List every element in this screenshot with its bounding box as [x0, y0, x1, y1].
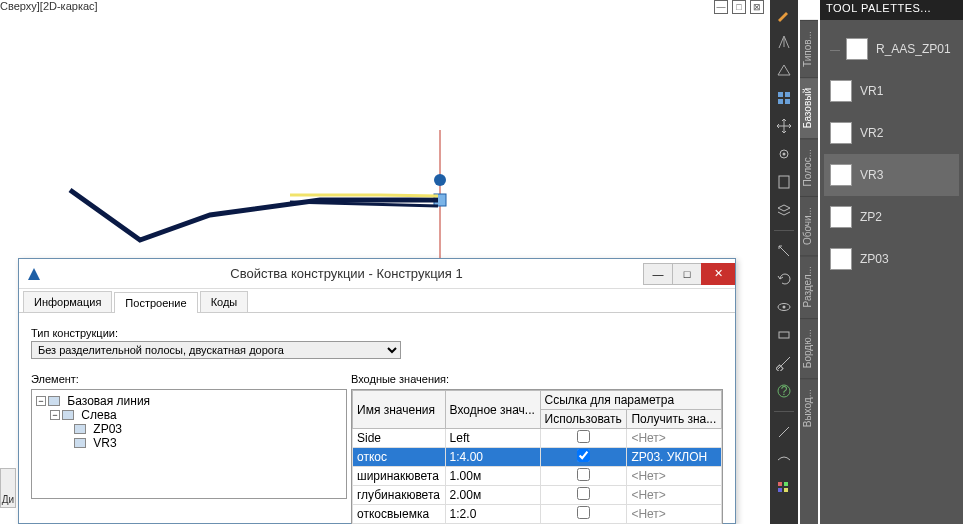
tree-root[interactable]: Базовая линия — [67, 394, 150, 408]
help-icon[interactable]: ? — [774, 381, 794, 401]
cell-use[interactable] — [540, 448, 627, 467]
undo-icon[interactable] — [774, 269, 794, 289]
cell-use[interactable] — [540, 486, 627, 505]
cell-val[interactable]: 1:2.0 — [445, 505, 540, 524]
tool-icon-3[interactable] — [774, 422, 794, 442]
svg-rect-6 — [785, 99, 790, 104]
vtab-bazovyj[interactable]: Базовый — [800, 77, 818, 138]
palette-item[interactable]: VR1 — [824, 70, 959, 112]
use-checkbox[interactable] — [577, 449, 590, 462]
cell-get[interactable]: <Нет> — [627, 467, 722, 486]
pencil-icon[interactable] — [774, 4, 794, 24]
vtab-obochi[interactable]: Обочи... — [800, 196, 818, 255]
move-icon[interactable] — [774, 116, 794, 136]
dialog-minimize-button[interactable]: — — [643, 263, 673, 285]
svg-point-11 — [783, 306, 786, 309]
cell-use[interactable] — [540, 505, 627, 524]
viewport-controls: — □ ⊠ — [714, 0, 764, 14]
vtab-bordyu[interactable]: Бордю... — [800, 318, 818, 378]
cell-get[interactable]: ZP03. УКЛОН — [627, 448, 722, 467]
cell-get[interactable]: <Нет> — [627, 505, 722, 524]
road-icon[interactable] — [774, 32, 794, 52]
cell-get[interactable]: <Нет> — [627, 429, 722, 448]
tab-codes[interactable]: Коды — [200, 291, 249, 312]
tree-side[interactable]: Слева — [81, 408, 116, 422]
type-select[interactable]: Без разделительной полосы, двускатная до… — [31, 341, 401, 359]
tool-icon-4[interactable] — [774, 450, 794, 470]
table-row[interactable]: откосвыемка 1:2.0 <Нет> — [353, 505, 722, 524]
grid-icon[interactable] — [774, 88, 794, 108]
layers-icon[interactable] — [774, 200, 794, 220]
inputs-label: Входные значения: — [351, 373, 723, 385]
dialog-maximize-button[interactable]: □ — [672, 263, 702, 285]
viewport-title: Сверху][2D-каркас] — [0, 0, 98, 12]
app-logo-icon — [25, 265, 43, 283]
use-checkbox[interactable] — [577, 487, 590, 500]
collapse-icon[interactable]: − — [36, 396, 46, 406]
measure-icon[interactable] — [774, 353, 794, 373]
viewport-maximize-button[interactable]: □ — [732, 0, 746, 14]
table-row[interactable]: ширинакювета 1.00м <Нет> — [353, 467, 722, 486]
col-link[interactable]: Ссылка для параметра — [540, 391, 721, 410]
cell-val[interactable]: 2.00м — [445, 486, 540, 505]
table-row[interactable]: Side Left <Нет> — [353, 429, 722, 448]
swatch-icon — [830, 248, 852, 270]
palette-item[interactable]: ZP2 — [824, 196, 959, 238]
element-tree[interactable]: − Базовая линия − Слева ZP03 VR3 — [31, 389, 347, 499]
cell-get[interactable]: <Нет> — [627, 486, 722, 505]
tool-icon-1[interactable] — [774, 241, 794, 261]
col-name[interactable]: Имя значения — [353, 391, 446, 429]
triangle-icon[interactable] — [774, 60, 794, 80]
use-checkbox[interactable] — [577, 506, 590, 519]
vtab-vyhod[interactable]: Выход... — [800, 378, 818, 437]
gear-icon[interactable] — [774, 144, 794, 164]
svg-point-1 — [434, 174, 446, 186]
palette-item[interactable]: VR2 — [824, 112, 959, 154]
tree-child[interactable]: VR3 — [93, 436, 116, 450]
cell-val[interactable]: Left — [445, 429, 540, 448]
col-input[interactable]: Входное знач... — [445, 391, 540, 429]
document-icon[interactable] — [774, 172, 794, 192]
dash-icon: — — [830, 44, 838, 55]
cell-use[interactable] — [540, 429, 627, 448]
cell-use[interactable] — [540, 467, 627, 486]
inputs-grid[interactable]: Имя значения Входное знач... Ссылка для … — [351, 389, 723, 524]
col-get[interactable]: Получить зна... — [627, 410, 722, 429]
cell-name: откосвыемка — [353, 505, 446, 524]
eye-icon[interactable] — [774, 297, 794, 317]
svg-rect-12 — [779, 332, 789, 338]
tool-palettes-items: —R_AAS_ZP01 VR1 VR2 VR3 ZP2 ZP03 — [820, 20, 963, 288]
vtab-polos[interactable]: Полос... — [800, 138, 818, 196]
tab-construction[interactable]: Построение — [114, 292, 197, 313]
use-checkbox[interactable] — [577, 430, 590, 443]
swatch-icon — [846, 38, 868, 60]
viewport-close-button[interactable]: ⊠ — [750, 0, 764, 14]
dialog-close-button[interactable]: ✕ — [701, 263, 735, 285]
use-checkbox[interactable] — [577, 468, 590, 481]
palette-item[interactable]: VR3 — [824, 154, 959, 196]
dialog-tabs: Информация Построение Коды — [19, 289, 735, 313]
cell-val[interactable]: 1:4.00 — [445, 448, 540, 467]
vtab-typov[interactable]: Типов... — [800, 20, 818, 77]
palette-icon[interactable] — [774, 478, 794, 498]
svg-rect-4 — [785, 92, 790, 97]
vtab-razdel[interactable]: Раздел... — [800, 255, 818, 317]
table-row[interactable]: откос 1:4.00 ZP03. УКЛОН — [353, 448, 722, 467]
swatch-icon — [830, 164, 852, 186]
palette-tab-strip: Типов... Базовый Полос... Обочи... Разде… — [800, 20, 818, 524]
element-label: Элемент: — [31, 373, 347, 385]
tool-icon-2[interactable] — [774, 325, 794, 345]
collapse-icon[interactable]: − — [50, 410, 60, 420]
dialog-title: Свойства конструкции - Конструкция 1 — [49, 266, 644, 281]
viewport-minimize-button[interactable]: — — [714, 0, 728, 14]
tab-information[interactable]: Информация — [23, 291, 112, 312]
palette-item[interactable]: —R_AAS_ZP01 — [824, 28, 959, 70]
cell-val[interactable]: 1.00м — [445, 467, 540, 486]
dialog-titlebar[interactable]: Свойства конструкции - Конструкция 1 — □… — [19, 259, 735, 289]
col-use[interactable]: Использовать — [540, 410, 627, 429]
tree-child[interactable]: ZP03 — [93, 422, 122, 436]
edge-tab-snippet: Ди — [0, 468, 16, 508]
palette-item[interactable]: ZP03 — [824, 238, 959, 280]
table-row[interactable]: глубинакювета 2.00м <Нет> — [353, 486, 722, 505]
assembly-icon — [74, 424, 86, 434]
